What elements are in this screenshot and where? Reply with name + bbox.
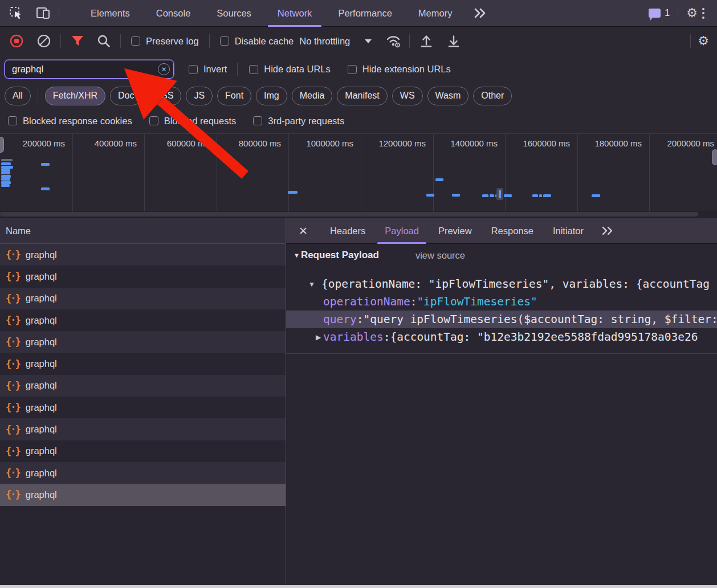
request-timing-bar (1, 172, 10, 174)
overview-left-grabber[interactable] (0, 137, 4, 153)
request-row[interactable]: {·}graphql (0, 418, 286, 440)
request-row[interactable]: {·}graphql (0, 484, 286, 505)
network-settings-gear-icon[interactable]: ⚙ (698, 35, 709, 47)
more-tabs-icon[interactable] (473, 8, 488, 18)
checkbox-label: 3rd-party requests (268, 116, 344, 126)
chip-img[interactable]: Img (256, 87, 287, 105)
divider (409, 34, 410, 48)
preserve-log-toggle[interactable]: Preserve log (131, 36, 199, 47)
blocked-requests-toggle[interactable]: Blocked requests (149, 116, 237, 126)
throttling-select[interactable]: No throttling (299, 36, 372, 47)
chip-other[interactable]: Other (473, 87, 512, 105)
search-icon[interactable] (94, 31, 113, 51)
collapse-triangle-icon[interactable]: ▼ (294, 252, 300, 259)
invert-checkbox[interactable] (189, 65, 198, 74)
close-icon[interactable]: ✕ (299, 224, 308, 238)
clear-filter-icon[interactable]: ✕ (158, 63, 170, 75)
hide-data-urls-label: Hide data URLs (264, 64, 330, 75)
checkbox[interactable] (8, 116, 17, 125)
payload-row[interactable]: query: "query ipFlowTimeseries($accountT… (286, 311, 717, 328)
request-payload-section-header[interactable]: ▼ Request Payload view source (286, 246, 717, 265)
hide-data-urls-checkbox[interactable] (249, 65, 258, 74)
chip-font[interactable]: Font (217, 87, 251, 105)
chip-media[interactable]: Media (292, 87, 333, 105)
checkbox[interactable] (149, 116, 158, 125)
view-source-link[interactable]: view source (415, 250, 465, 261)
export-har-icon[interactable] (444, 31, 463, 51)
payload-row[interactable]: ▶variables: {accountTag: "b12e3b2192ee55… (286, 328, 717, 346)
issues-counter[interactable]: 1 (649, 8, 670, 18)
3rd-party-requests-toggle[interactable]: 3rd-party requests (253, 116, 344, 126)
timeline-gridline (505, 134, 506, 211)
request-timing-bar (482, 194, 488, 197)
chip-manifest[interactable]: Manifest (337, 87, 387, 105)
filter-icon[interactable] (68, 31, 87, 51)
request-row[interactable]: {·}graphql (0, 440, 286, 462)
request-row[interactable]: {·}graphql (0, 353, 286, 374)
braces-xhr-icon: {·} (6, 467, 20, 479)
checkbox[interactable] (253, 116, 262, 125)
filter-input[interactable] (11, 63, 144, 75)
device-toolbar-icon[interactable] (36, 6, 51, 20)
detail-tab-preview[interactable]: Preview (429, 218, 482, 244)
record-icon[interactable] (7, 31, 26, 51)
settings-gear-icon[interactable]: ⚙ (686, 7, 698, 19)
request-row[interactable]: {·}graphql (0, 331, 286, 353)
expanded-triangle-icon[interactable]: ▼ (308, 280, 315, 288)
disable-cache-checkbox[interactable] (220, 36, 229, 46)
chip-wasm[interactable]: Wasm (427, 87, 469, 105)
network-overview-timeline[interactable]: 200000 ms400000 ms600000 ms800000 ms1000… (0, 134, 717, 218)
detail-tab-initiator[interactable]: Initiator (543, 218, 593, 244)
blocked-response-cookies-toggle[interactable]: Blocked response cookies (8, 116, 132, 126)
hide-extension-urls-checkbox[interactable] (348, 65, 357, 74)
chip-fetch-xhr[interactable]: Fetch/XHR (45, 87, 105, 105)
tab-console[interactable]: Console (143, 0, 204, 27)
request-row[interactable]: {·}graphql (0, 462, 286, 484)
network-conditions-icon[interactable] (384, 31, 404, 51)
tab-elements[interactable]: Elements (78, 0, 143, 27)
tab-performance[interactable]: Performance (325, 0, 405, 27)
payload-row[interactable]: operationName: "ipFlowTimeseries" (286, 293, 717, 311)
request-name: graphql (26, 402, 57, 413)
more-detail-tabs-icon[interactable] (601, 226, 615, 235)
tab-memory[interactable]: Memory (405, 0, 466, 27)
chip-all[interactable]: All (5, 87, 31, 105)
request-row[interactable]: {·}graphql (0, 244, 286, 266)
braces-xhr-icon: {·} (6, 446, 20, 457)
detail-tab-payload[interactable]: Payload (375, 218, 429, 244)
overview-right-grabber[interactable] (712, 149, 717, 165)
overview-scroll-thumb[interactable] (0, 212, 698, 217)
name-header-label: Name (6, 226, 31, 236)
name-column-header[interactable]: Name (0, 218, 286, 244)
request-row[interactable]: {·}graphql (0, 375, 286, 397)
request-row[interactable]: {·}graphql (0, 309, 286, 331)
chip-doc[interactable]: Doc (110, 87, 142, 105)
disable-cache-toggle[interactable]: Disable cache (220, 36, 294, 47)
detail-tab-response[interactable]: Response (482, 218, 543, 244)
request-row[interactable]: {·}graphql (0, 397, 286, 418)
import-har-icon[interactable] (417, 31, 436, 51)
request-timing-bar (41, 187, 50, 190)
invert-toggle[interactable]: Invert (189, 64, 227, 75)
request-row[interactable]: {·}graphql (0, 266, 286, 287)
timeline-gridline (72, 134, 73, 211)
tab-network[interactable]: Network (264, 0, 325, 27)
inspect-element-icon[interactable] (9, 6, 23, 21)
hide-data-urls-toggle[interactable]: Hide data URLs (249, 64, 330, 75)
collapsed-triangle-icon[interactable]: ▶ (316, 333, 321, 341)
kebab-menu-icon[interactable] (698, 6, 709, 21)
request-row[interactable]: {·}graphql (0, 288, 286, 309)
chip-js[interactable]: JS (186, 87, 213, 105)
request-name: graphql (26, 358, 57, 369)
detail-tab-headers[interactable]: Headers (320, 218, 375, 244)
clear-icon[interactable] (34, 31, 54, 51)
payload-row[interactable]: ▼{operationName: "ipFlowTimeseries", var… (286, 275, 717, 293)
timeline-tick-label: 800000 ms (239, 138, 281, 148)
chip-css[interactable]: CSS (146, 87, 181, 105)
overview-scroll-track[interactable] (0, 211, 717, 218)
tab-sources[interactable]: Sources (203, 0, 264, 27)
hide-extension-urls-toggle[interactable]: Hide extension URLs (348, 64, 451, 75)
chip-ws[interactable]: WS (392, 87, 423, 105)
window-bottom-edge (0, 585, 717, 588)
preserve-log-checkbox[interactable] (131, 36, 140, 46)
